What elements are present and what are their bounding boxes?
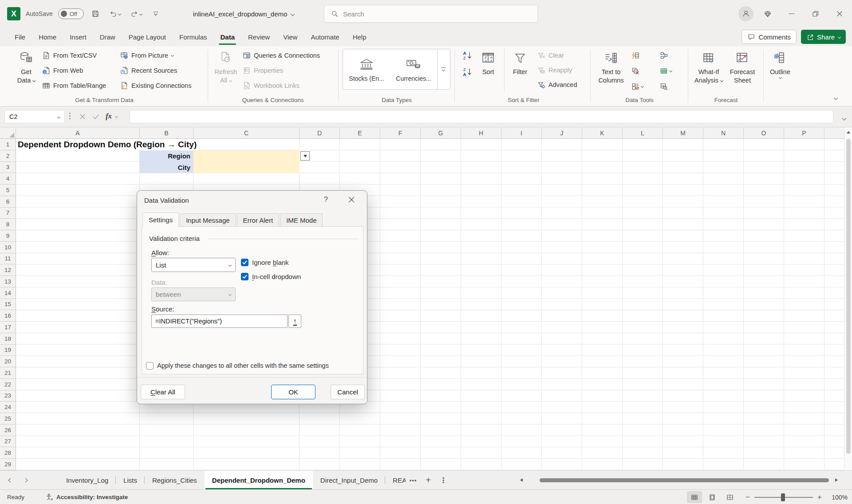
tab-settings[interactable]: Settings — [142, 213, 179, 227]
row-header-29[interactable]: 29 — [0, 459, 16, 470]
clear-filter-button[interactable]: Clear — [535, 49, 580, 61]
cell-a1-title[interactable]: Dependent Dropdown Demo (Region → City) — [17, 139, 199, 150]
reapply-filter-button[interactable]: Reapply — [535, 64, 580, 76]
share-button[interactable]: Share — [801, 30, 846, 44]
cell-c2-region-input[interactable] — [193, 150, 300, 162]
what-if-analysis-button[interactable]: ? What-If Analysis — [692, 48, 725, 85]
collapse-ribbon-button[interactable] — [834, 93, 837, 101]
row-header-28[interactable]: 28 — [0, 447, 16, 459]
row-header-22[interactable]: 22 — [0, 379, 16, 390]
name-box[interactable]: C2 — [4, 110, 65, 123]
scroll-left-icon[interactable] — [520, 478, 523, 482]
row-header-14[interactable]: 14 — [0, 287, 16, 299]
sheet-nav-prev-button[interactable] — [3, 471, 18, 489]
consolidate-button[interactable] — [658, 49, 674, 61]
advanced-filter-button[interactable]: Advanced — [535, 79, 580, 91]
clear-all-button[interactable]: Clear All — [141, 385, 185, 399]
from-picture-button[interactable]: From Picture — [118, 49, 193, 61]
enter-formula-button[interactable] — [89, 110, 102, 122]
cancel-formula-button[interactable] — [75, 110, 89, 122]
in-cell-dropdown-checkbox[interactable] — [241, 273, 248, 280]
tab-review[interactable]: Review — [241, 28, 276, 46]
tab-help[interactable]: Help — [346, 28, 373, 46]
restore-button[interactable] — [806, 5, 825, 23]
row-header-17[interactable]: 17 — [0, 322, 16, 333]
close-button[interactable] — [830, 5, 849, 23]
sheet-tab-direct-input-demo[interactable]: Direct_Input_Demo — [313, 471, 385, 489]
zoom-level[interactable]: 100% — [824, 494, 848, 501]
column-header-D[interactable]: D — [300, 127, 340, 139]
column-header-M[interactable]: M — [663, 127, 703, 139]
column-header-K[interactable]: K — [582, 127, 623, 139]
column-header-P[interactable]: P — [784, 127, 824, 139]
tab-page-layout[interactable]: Page Layout — [122, 28, 173, 46]
search-box[interactable] — [324, 5, 538, 23]
get-data-button[interactable]: Get Data — [13, 48, 39, 85]
tab-file[interactable]: File — [8, 28, 32, 46]
collapse-range-button[interactable]: ↑ — [288, 315, 301, 328]
column-header-O[interactable]: O — [744, 127, 784, 139]
minimize-button[interactable] — [782, 5, 801, 23]
row-header-18[interactable]: 18 — [0, 333, 16, 345]
tab-view[interactable]: View — [276, 28, 304, 46]
apply-all-checkbox[interactable] — [146, 362, 154, 370]
tab-home[interactable]: Home — [32, 28, 63, 46]
page-break-view-button[interactable] — [722, 491, 738, 503]
insert-function-button[interactable]: fx — [102, 110, 115, 122]
tab-insert[interactable]: Insert — [63, 28, 93, 46]
row-header-10[interactable]: 10 — [0, 242, 16, 253]
vertical-scroll-thumb[interactable] — [846, 139, 851, 454]
row-header-4[interactable]: 4 — [0, 173, 16, 185]
ignore-blank-label[interactable]: Ignore blank — [252, 259, 289, 266]
queries-connections-button[interactable]: Queries & Connections — [241, 49, 322, 61]
from-table-range-button[interactable]: From Table/Range — [40, 79, 108, 91]
properties-button[interactable]: Properties — [241, 64, 322, 76]
customize-quick-access-button[interactable] — [150, 8, 162, 20]
sort-descending-button[interactable]: ZA — [461, 66, 475, 78]
column-header-L[interactable]: L — [623, 127, 663, 139]
file-name-menu[interactable]: inlineAI_excel_dropdown_demo — [193, 10, 295, 18]
new-sheet-button[interactable]: + — [421, 471, 436, 489]
tab-error-alert[interactable]: Error Alert — [237, 213, 280, 227]
source-input[interactable] — [151, 315, 288, 328]
excel-logo-icon[interactable]: X — [7, 7, 20, 20]
row-header-21[interactable]: 21 — [0, 367, 16, 379]
row-header-23[interactable]: 23 — [0, 390, 16, 402]
ignore-blank-checkbox[interactable] — [241, 259, 248, 266]
column-header-J[interactable]: J — [542, 127, 582, 139]
sheet-tab-inventory-log[interactable]: Inventory_Log — [59, 471, 116, 489]
zoom-slider[interactable] — [754, 497, 813, 498]
row-header-20[interactable]: 20 — [0, 356, 16, 367]
column-header-B[interactable]: B — [140, 127, 193, 139]
from-text-csv-button[interactable]: From Text/CSV — [40, 49, 108, 61]
tab-formulas[interactable]: Formulas — [173, 28, 214, 46]
workbook-links-button[interactable]: Workbook Links — [241, 79, 322, 91]
column-header-I[interactable]: I — [501, 127, 542, 139]
row-header-13[interactable]: 13 — [0, 276, 16, 287]
manage-data-model-button[interactable] — [658, 80, 674, 92]
row-header-24[interactable]: 24 — [0, 402, 16, 413]
refresh-all-button[interactable]: Refresh All — [212, 48, 240, 85]
column-header-F[interactable]: F — [380, 127, 421, 139]
filter-button[interactable]: Filter — [508, 48, 532, 76]
row-header-26[interactable]: 26 — [0, 425, 16, 436]
premium-button[interactable] — [758, 5, 777, 23]
tab-ime-mode[interactable]: IME Mode — [280, 213, 323, 227]
account-avatar[interactable] — [738, 6, 753, 21]
outline-button[interactable]: Outline — [767, 48, 793, 79]
allow-dropdown[interactable]: List — [151, 258, 236, 272]
sheet-tab-lists[interactable]: Lists — [116, 471, 145, 489]
zoom-slider-thumb[interactable] — [781, 493, 785, 501]
sort-button[interactable]: ZAAZ Sort — [477, 48, 500, 76]
undo-button[interactable] — [107, 8, 123, 20]
page-layout-view-button[interactable] — [705, 491, 720, 503]
zoom-in-button[interactable]: + — [817, 493, 822, 502]
tab-data[interactable]: Data — [213, 28, 241, 46]
recent-sources-button[interactable]: Recent Sources — [118, 64, 193, 76]
autosave-toggle[interactable]: Off — [58, 8, 84, 19]
formula-input[interactable] — [130, 110, 833, 123]
sheet-nav-next-button[interactable] — [18, 471, 33, 489]
sheet-tab-dependent-dropdown-demo[interactable]: Dependent_Dropdown_Demo — [205, 471, 313, 489]
apply-all-label[interactable]: Apply these changes to all other cells w… — [157, 362, 329, 369]
select-all-corner[interactable] — [0, 127, 16, 139]
